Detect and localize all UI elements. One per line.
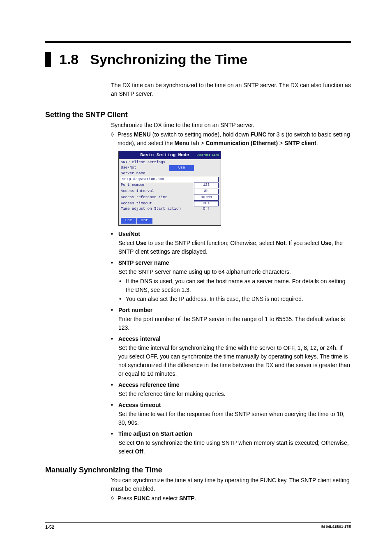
opt-interval: Access interval Set the time interval fo… <box>111 335 351 378</box>
opt-title: Use/Not <box>118 230 351 238</box>
manual-procedure: ◊ Press FUNC and select SNTP. <box>111 494 351 503</box>
field-label-interval: Access interval <box>121 189 154 194</box>
opt-title: Time adjust on Start action <box>118 430 351 438</box>
opt-title: SNTP server name <box>118 259 351 267</box>
opt-timeout: Access timeout Set the time to wait for … <box>111 401 351 427</box>
procedure-step: ◊ Press MENU (to switch to setting mode)… <box>111 130 351 148</box>
opt-title: Access reference time <box>118 381 351 389</box>
field-label-timeout: Access timeout <box>121 201 152 206</box>
screenshot-heading: SNTP client settings <box>121 160 219 165</box>
inner-ip: You can also set the IP address. In this… <box>118 295 351 303</box>
screenshot-titlebar: Basic Setting Mode Ethernet Link <box>119 151 221 159</box>
diamond-bullet-icon: ◊ <box>111 130 118 148</box>
opt-use-not: Use/Not Select Use to use the SNTP clien… <box>111 230 351 256</box>
opt-server-name: SNTP server name Set the SNTP server nam… <box>111 259 351 303</box>
opt-port: Port number Enter the port number of the… <box>111 306 351 332</box>
document-id: IM 04L41B01-17E <box>321 525 351 530</box>
title-accent-bar <box>45 52 51 67</box>
proc-text: Press <box>118 131 134 138</box>
device-screenshot: Basic Setting Mode Ethernet Link SNTP cl… <box>118 151 221 225</box>
proc-text: (to switch to setting mode), hold down <box>151 131 251 138</box>
section-title: Synchronizing the Time <box>90 52 247 67</box>
intro-paragraph: The DX time can be synchronized to the t… <box>111 81 351 98</box>
field-value-timeout[interactable]: 30s <box>194 201 219 207</box>
heading-sntp-client: Setting the SNTP Client <box>45 111 351 119</box>
field-label-servername: Server name <box>121 171 145 176</box>
menu-sntp: SNTP <box>179 495 194 502</box>
key-menu: MENU <box>134 131 151 138</box>
screenshot-title: Basic Setting Mode <box>133 152 196 158</box>
field-label-use: Use/Not <box>121 166 136 171</box>
field-label-reftime: Access reference time <box>121 195 167 200</box>
key-func: FUNC <box>134 495 150 502</box>
field-label-adjust: Time adjust on Start action <box>121 207 181 212</box>
manual-lead: You can synchronize the time at any time… <box>111 476 351 493</box>
field-value-use[interactable]: Use <box>169 165 194 171</box>
opt-reftime: Access reference time Set the reference … <box>111 381 351 398</box>
opt-title: Access interval <box>118 335 351 343</box>
field-value-adjust[interactable]: Off <box>194 207 219 212</box>
field-value-interval[interactable]: 8h <box>194 189 219 194</box>
opt-title: Port number <box>118 306 351 314</box>
heading-manual-sync: Manually Synchronizing the Time <box>45 466 351 474</box>
diamond-bullet-icon: ◊ <box>111 494 118 503</box>
nav-sntp-client: SNTP client <box>284 140 316 146</box>
opt-title: Access timeout <box>118 401 351 409</box>
inner-dns: If the DNS is used, you can set the host… <box>118 277 351 294</box>
key-func: FUNC <box>251 131 267 138</box>
field-value-port[interactable]: 123 <box>194 183 219 188</box>
field-value-servername[interactable]: sntp.daqstation.com <box>121 177 219 183</box>
proc-text: . <box>316 140 318 146</box>
softkey-not[interactable]: Not <box>137 218 153 224</box>
field-value-reftime[interactable]: 00:00 <box>194 195 219 201</box>
softkey-use[interactable]: Use <box>121 218 137 224</box>
section-number: 1.8 <box>59 52 78 67</box>
proc-text: > <box>278 140 284 146</box>
proc-text: tab > <box>189 140 205 146</box>
ethernet-link-icon: Ethernet Link <box>196 154 219 157</box>
page-title-row: 1.8 Synchronizing the Time <box>45 52 351 67</box>
page-number: 1-52 <box>45 525 54 530</box>
nav-communication: Communication (Ethernet) <box>205 140 278 146</box>
field-label-port: Port number <box>121 183 145 188</box>
lead-text: Synchronize the DX time to the time on a… <box>111 121 351 130</box>
opt-adjust: Time adjust on Start action Select On to… <box>111 430 351 456</box>
tab-menu: Menu <box>175 140 190 146</box>
